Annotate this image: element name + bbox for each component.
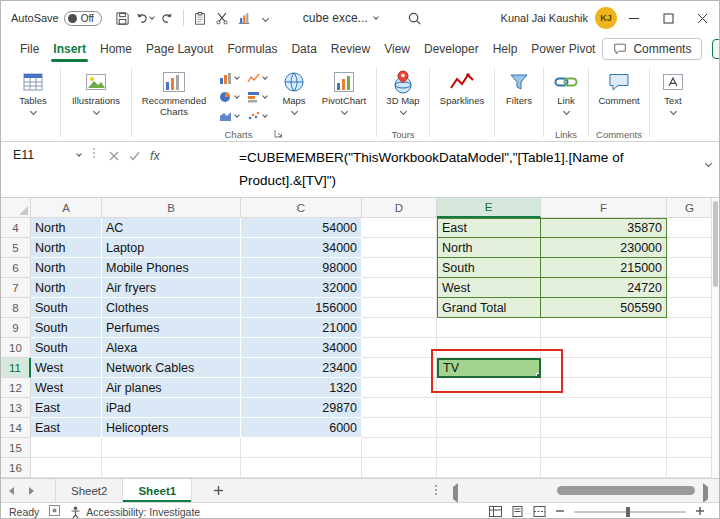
ribbon-tab-page-layout[interactable]: Page Layout [139,35,220,63]
cell-C14[interactable]: 6000 [241,418,362,438]
cell-A10[interactable]: South [31,338,102,358]
zoom-slider-thumb[interactable] [626,507,630,517]
cell-B6[interactable]: Mobile Phones [102,258,241,278]
ribbon-tab-power-pivot[interactable]: Power Pivot [524,35,602,63]
comment-button[interactable]: Comment [592,65,646,106]
column-header-B[interactable]: B [102,198,241,218]
fill-handle[interactable] [536,373,541,378]
row-header-6[interactable]: 6 [1,258,31,278]
illustrations-button[interactable]: Illustrations [64,65,128,114]
account-button[interactable]: Kunal Jai Kaushik KJ [501,7,617,29]
cell-B7[interactable]: Air fryers [102,278,241,298]
sparklines-button[interactable]: Sparklines [433,65,491,106]
cell-A6[interactable]: North [31,258,102,278]
cell-G12[interactable] [667,378,713,398]
cell-F6[interactable]: 215000 [541,258,667,278]
cell-E13[interactable] [437,398,541,418]
cell-A12[interactable]: West [31,378,102,398]
insert-line-chart-button[interactable] [245,68,269,87]
cell-C8[interactable]: 156000 [241,298,362,318]
cell-G16[interactable] [667,458,713,478]
cell-A7[interactable]: North [31,278,102,298]
cell-G6[interactable] [667,258,713,278]
ribbon-tab-developer[interactable]: Developer [417,35,486,63]
row-header-4[interactable]: 4 [1,218,31,238]
sheet-tab-sheet2[interactable]: Sheet2 [55,479,123,502]
cell-D5[interactable] [362,238,437,258]
cell-A9[interactable]: South [31,318,102,338]
formula-bar-handle[interactable] [93,148,95,158]
cancel-entry-button[interactable] [109,147,119,165]
redo-button[interactable] [156,6,178,30]
column-header-A[interactable]: A [31,198,102,218]
sheet-tab-sheet1[interactable]: Sheet1 [123,479,192,502]
charts-dialog-launcher[interactable] [274,129,283,140]
cell-G13[interactable] [667,398,713,418]
vertical-scrollbar-thumb[interactable] [713,201,718,287]
cell-G14[interactable] [667,418,713,438]
cell-E5[interactable]: North [437,238,541,258]
cell-E12[interactable] [437,378,541,398]
cell-E14[interactable] [437,418,541,438]
cell-C7[interactable]: 32000 [241,278,362,298]
ribbon-tab-data[interactable]: Data [284,35,323,63]
cell-C4[interactable]: 54000 [241,218,362,238]
search-box[interactable]: cube exce... [303,11,378,25]
page-break-view-button[interactable] [533,506,546,517]
cell-B5[interactable]: Laptop [102,238,241,258]
vertical-scrollbar[interactable] [711,198,719,478]
cell-B12[interactable]: Air planes [102,378,241,398]
cell-B15[interactable] [102,438,241,458]
pivotchart-button[interactable]: PivotChart [315,65,373,114]
row-header-16[interactable]: 16 [1,458,31,478]
scroll-left-button[interactable] [453,487,458,499]
comments-button[interactable]: Comments [602,38,702,60]
cell-C11[interactable]: 23400 [241,358,362,378]
cell-F4[interactable]: 35870 [541,218,667,238]
cell-D16[interactable] [362,458,437,478]
insert-column-chart-button[interactable] [217,68,241,87]
undo-button[interactable] [134,6,156,30]
cell-C9[interactable]: 21000 [241,318,362,338]
cell-B4[interactable]: AC [102,218,241,238]
scroll-right-button[interactable] [703,487,708,499]
cell-E15[interactable] [437,438,541,458]
cell-F8[interactable]: 505590 [541,298,667,318]
cell-D13[interactable] [362,398,437,418]
cell-G7[interactable] [667,278,713,298]
insert-area-chart-button[interactable] [217,106,241,125]
autosave-toggle[interactable]: AutoSave Off [11,11,102,26]
cell-F14[interactable] [541,418,667,438]
cell-A14[interactable]: East [31,418,102,438]
cell-D4[interactable] [362,218,437,238]
cell-F10[interactable] [541,338,667,358]
page-layout-view-button[interactable] [511,506,524,517]
cell-E11[interactable]: TV [437,358,541,378]
ribbon-tab-view[interactable]: View [377,35,417,63]
cell-C5[interactable]: 34000 [241,238,362,258]
ellipsis-vertical-icon[interactable] [435,485,437,495]
cell-D12[interactable] [362,378,437,398]
cell-C16[interactable] [241,458,362,478]
cell-B16[interactable] [102,458,241,478]
ribbon-tab-formulas[interactable]: Formulas [220,35,284,63]
insert-function-button[interactable]: fx [150,149,160,163]
cell-G10[interactable] [667,338,713,358]
cell-G15[interactable] [667,438,713,458]
insert-scatter-chart-button[interactable] [245,106,269,125]
cell-E16[interactable] [437,458,541,478]
cell-D7[interactable] [362,278,437,298]
cell-F11[interactable] [541,358,667,378]
cell-C12[interactable]: 1320 [241,378,362,398]
cell-A13[interactable]: East [31,398,102,418]
ribbon-tab-file[interactable]: File [13,35,46,63]
horizontal-scrollbar-thumb[interactable] [557,486,695,495]
column-header-G[interactable]: G [667,198,713,218]
tables-button[interactable]: Tables [9,65,57,114]
cell-F9[interactable] [541,318,667,338]
cell-C6[interactable]: 98000 [241,258,362,278]
row-header-7[interactable]: 7 [1,278,31,298]
minimize-button[interactable] [617,1,651,35]
cell-B10[interactable]: Alexa [102,338,241,358]
cell-E10[interactable] [437,338,541,358]
